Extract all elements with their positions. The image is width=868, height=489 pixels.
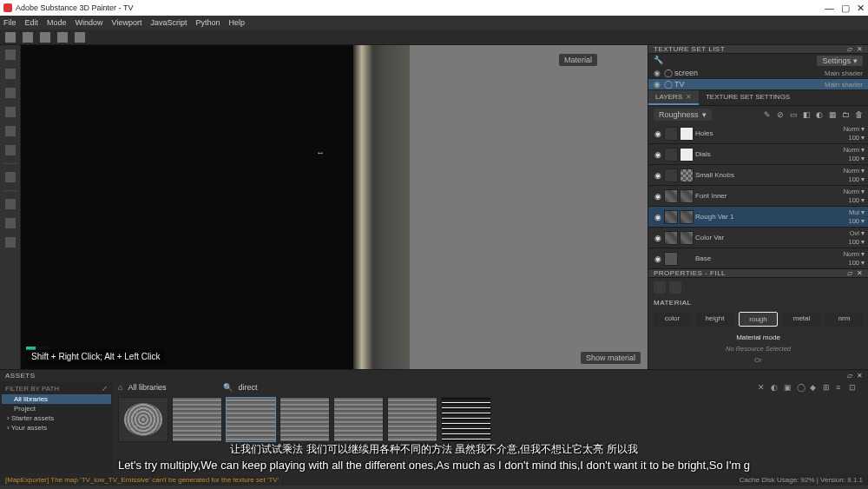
visibility-icon[interactable]: ◉	[652, 213, 664, 221]
home-icon[interactable]: ⌂	[118, 383, 122, 392]
close-button[interactable]: ✕	[857, 3, 865, 14]
layer-thumb[interactable]	[664, 252, 678, 266]
projection-tool[interactable]	[4, 87, 16, 99]
wand-icon[interactable]: ✎	[763, 110, 772, 119]
asset-thumb[interactable]	[387, 397, 437, 442]
layer-thumb[interactable]	[664, 210, 678, 224]
clone-tool[interactable]	[4, 144, 16, 156]
smudge-tool[interactable]	[4, 125, 16, 137]
layer-holes[interactable]: ◉ Holes Norm▾100▾	[648, 123, 868, 144]
folder-thumb[interactable]	[664, 127, 678, 141]
panel-close-icon[interactable]: ✕	[857, 269, 864, 277]
chevron-down-icon[interactable]: ▾	[861, 238, 865, 246]
filter-icon-1[interactable]: ◐	[771, 383, 779, 392]
visibility-icon[interactable]: ◉	[652, 192, 664, 201]
material-mode-dropdown[interactable]: Material	[559, 54, 597, 66]
maximize-button[interactable]: ▢	[841, 3, 850, 14]
toolbar-perspective-icon[interactable]	[57, 32, 68, 43]
visibility-icon[interactable]: ◉	[654, 69, 664, 77]
settings-dropdown[interactable]: Settings▾	[817, 56, 863, 66]
chevron-down-icon[interactable]: ▾	[861, 196, 865, 204]
filter-starter-assets[interactable]: › Starter assets	[2, 413, 111, 423]
menu-window[interactable]: Window	[76, 18, 103, 27]
visibility-icon[interactable]: ◉	[652, 171, 664, 180]
toolbar-grid-icon[interactable]	[5, 32, 16, 43]
chevron-down-icon[interactable]: ▾	[861, 167, 865, 175]
filter-all-libraries[interactable]: All libraries	[2, 394, 111, 404]
layer-tool[interactable]	[4, 217, 16, 229]
chevron-down-icon[interactable]: ▾	[861, 125, 865, 133]
mask-thumb[interactable]	[680, 148, 694, 162]
chevron-down-icon[interactable]: ▾	[861, 155, 865, 162]
adjust-icon[interactable]: ◐	[815, 110, 824, 119]
toolbar-layout-icon[interactable]	[23, 32, 33, 43]
mask-thumb[interactable]	[680, 210, 694, 224]
close-icon[interactable]: ✕	[686, 93, 692, 101]
layer-small-knobs[interactable]: ◉ Small Knobs Norm▾100▾	[648, 165, 868, 186]
chevron-down-icon[interactable]: ▾	[861, 208, 865, 216]
folder-thumb[interactable]	[664, 169, 678, 182]
channel-rough[interactable]: rough	[739, 312, 778, 327]
mask-thumb[interactable]	[680, 231, 694, 245]
layer-rough-var-1[interactable]: ◉ Rough Var 1 Mul▾100▾	[648, 207, 868, 228]
filter-project[interactable]: Project	[2, 404, 111, 413]
eraser-tool[interactable]	[4, 68, 16, 80]
asset-thumb[interactable]	[441, 397, 491, 442]
tool-icon[interactable]: 🔧	[654, 56, 663, 66]
view-list-icon[interactable]: ≡	[836, 383, 845, 392]
layer-color-var[interactable]: ◉ Color Var Ovl▾100▾	[648, 228, 868, 248]
channel-height[interactable]: height	[696, 312, 733, 327]
visibility-icon[interactable]: ◉	[652, 150, 664, 159]
channel-metal[interactable]: metal	[783, 312, 820, 327]
menu-file[interactable]: File	[3, 18, 16, 27]
clear-icon[interactable]: ✕	[758, 383, 766, 392]
chevron-down-icon[interactable]: ▾	[861, 175, 865, 183]
collapse-icon[interactable]: ⤢	[102, 385, 108, 393]
menu-python[interactable]: Python	[195, 18, 220, 27]
minimize-button[interactable]: —	[825, 3, 834, 13]
mask-thumb[interactable]	[680, 189, 694, 203]
panel-undock-icon[interactable]: ▱	[847, 45, 853, 53]
assets-breadcrumb[interactable]: All libraries	[128, 383, 166, 392]
3d-viewport[interactable]: Material ↔ Shift + Right Click; Alt + Le…	[21, 45, 648, 369]
texture-set-item-screen[interactable]: ◉ ◯ screen Main shader	[648, 68, 868, 79]
folder-icon[interactable]: 🗀	[841, 110, 850, 119]
toolbar-symmetry-icon[interactable]	[40, 32, 50, 43]
mask-icon[interactable]: ▭	[789, 110, 798, 119]
chevron-down-icon[interactable]: ▾	[861, 250, 865, 258]
asset-thumb[interactable]	[226, 397, 276, 442]
toolbar-refresh-icon[interactable]	[75, 32, 85, 43]
menu-javascript[interactable]: JavaScript	[150, 18, 187, 27]
misc-tool[interactable]	[4, 236, 16, 248]
filter-icon-5[interactable]: ⊞	[823, 383, 832, 392]
menu-mode[interactable]: Mode	[47, 18, 67, 27]
layer-base[interactable]: ◉ Base Norm▾100▾	[648, 248, 868, 269]
mask-thumb[interactable]	[680, 127, 694, 141]
visibility-icon[interactable]: ◉	[654, 80, 664, 89]
bucket-icon[interactable]: ◧	[802, 110, 811, 119]
brush-tool[interactable]	[4, 49, 16, 61]
channel-color[interactable]: color	[654, 312, 691, 327]
layer-font-inner[interactable]: ◉ Font Inner Norm▾100▾	[648, 186, 868, 207]
asset-thumb[interactable]	[333, 397, 384, 442]
fill-tool[interactable]	[4, 106, 16, 118]
layer-thumb[interactable]	[664, 231, 678, 245]
fill-mode-icon[interactable]	[654, 281, 666, 294]
chevron-down-icon[interactable]: ▾	[861, 146, 865, 154]
filter-icon-3[interactable]: ◯	[797, 383, 806, 392]
chevron-down-icon[interactable]: ▾	[861, 229, 865, 237]
projection-mode-icon[interactable]	[669, 281, 681, 294]
visibility-icon[interactable]: ◉	[652, 129, 664, 138]
export-tool[interactable]	[4, 171, 16, 183]
add-layer-icon[interactable]: ▦	[828, 110, 837, 119]
panel-close-icon[interactable]: ✕	[857, 372, 864, 380]
chevron-down-icon[interactable]: ▾	[861, 217, 865, 225]
asset-thumb[interactable]	[279, 397, 330, 442]
layer-dials[interactable]: ◉ Dials Norm▾100▾	[648, 144, 868, 165]
panel-undock-icon[interactable]: ▱	[847, 372, 853, 380]
channel-selector[interactable]: Roughness▾	[654, 109, 712, 121]
mask-thumb[interactable]	[680, 169, 694, 182]
filter-icon-4[interactable]: ◆	[810, 383, 819, 392]
folder-thumb[interactable]	[664, 148, 678, 162]
menu-viewport[interactable]: Viewport	[112, 18, 142, 27]
